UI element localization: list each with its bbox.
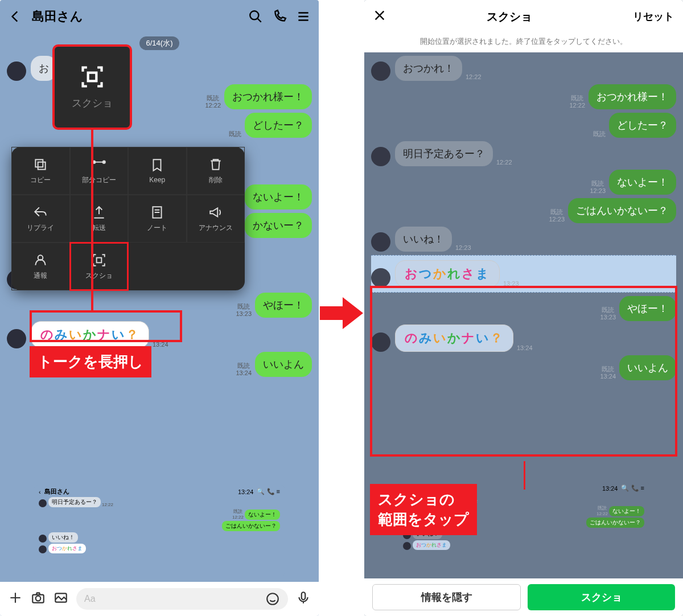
msg-bubble[interactable]: いいね！ <box>395 227 452 252</box>
ctx-screenshot[interactable]: スクショ <box>70 243 129 290</box>
msg-bubble[interactable]: おつかれ様ー！ <box>224 84 312 109</box>
msg-bubble[interactable]: どしたー？ <box>245 113 312 138</box>
msg-bubble[interactable]: おつかれ様ー！ <box>589 84 676 109</box>
plus-icon[interactable] <box>8 590 23 607</box>
scrshot-header: スクショ リセット <box>364 0 683 33</box>
msg-bubble[interactable]: いいよん <box>255 352 312 377</box>
instruction-text: 開始位置が選択されました。終了位置をタップしてください。 <box>364 33 683 52</box>
context-menu: コピー 部分コピー Keep 削除 リプライ 転送 ノート アナウンス 通報 ス… <box>11 147 245 290</box>
message-input[interactable]: Aa <box>76 588 288 610</box>
svg-rect-3 <box>38 162 46 169</box>
scrshot-title: スクショ <box>487 9 532 24</box>
annotation-line <box>524 461 525 490</box>
hide-info-button[interactable]: 情報を隠す <box>372 584 521 610</box>
right-phone: スクショ リセット 開始位置が選択されました。終了位置をタップしてください。 お… <box>364 0 683 616</box>
msg-bubble-deco[interactable]: のみいかナい？ <box>31 321 149 348</box>
msg-bubble[interactable]: どしたー？ <box>609 113 676 138</box>
back-icon[interactable] <box>8 9 23 24</box>
svg-point-0 <box>250 11 258 19</box>
ctx-keep[interactable]: Keep <box>128 147 187 195</box>
arrow-icon <box>320 296 363 330</box>
msg-bubble[interactable]: ないよー！ <box>245 184 312 210</box>
ctx-partial-copy[interactable]: 部分コピー <box>70 147 129 195</box>
ctx-announce[interactable]: アナウンス <box>187 195 245 243</box>
svg-point-5 <box>102 161 105 163</box>
chat-header: 島田さん <box>0 0 319 33</box>
gallery-icon[interactable] <box>54 590 68 607</box>
search-icon[interactable] <box>248 9 263 24</box>
ctx-report[interactable]: 通報 <box>11 243 70 290</box>
msg-bubble[interactable]: おつかれ！ <box>395 56 462 81</box>
ctx-forward[interactable]: 転送 <box>70 195 129 243</box>
left-phone: 島田さん 6/14(水) お 既読12:22おつかれ様ー！ 既読どしたー？ ない… <box>0 0 319 616</box>
camera-icon[interactable] <box>31 590 46 607</box>
msg-bubble[interactable]: 明日予定あるー？ <box>395 141 493 166</box>
svg-point-9 <box>36 596 41 601</box>
svg-rect-7 <box>96 257 101 262</box>
date-pill: 6/14(水) <box>139 36 180 50</box>
msg-bubble[interactable]: いいよん <box>619 355 676 380</box>
msg-bubble[interactable]: やほー！ <box>255 293 312 318</box>
ctx-delete[interactable]: 削除 <box>187 147 245 195</box>
msg-bubble-deco[interactable]: のみいかナい？ <box>395 325 513 352</box>
ctx-reply[interactable]: リプライ <box>11 195 70 243</box>
close-icon[interactable] <box>373 9 386 24</box>
screenshot-button[interactable]: スクショ <box>528 584 675 610</box>
svg-rect-1 <box>88 73 97 81</box>
menu-icon[interactable] <box>296 9 311 24</box>
contact-name: 島田さん <box>32 8 239 25</box>
callout-tap-range: スクショの 範囲をタップ <box>370 484 477 535</box>
ctx-copy[interactable]: コピー <box>11 147 70 195</box>
msg-bubble[interactable]: かないー？ <box>245 213 312 238</box>
scrshot-actions: 情報を隠す スクショ <box>364 578 683 616</box>
msg-bubble[interactable]: やほー！ <box>619 296 676 321</box>
mini-preview: ‹島田さん13:24🔍 📞 ≡ 明日予定あるー？12:22 既読12:22ないよ… <box>34 485 285 576</box>
mic-icon[interactable] <box>296 590 311 607</box>
svg-rect-12 <box>302 592 306 599</box>
svg-point-11 <box>267 593 278 605</box>
msg-bubble[interactable]: ごはんいかないー？ <box>568 198 676 223</box>
context-screenshot-big[interactable]: スクショ <box>52 44 132 130</box>
callout-longpress: トークを長押し <box>30 346 151 377</box>
ctx-note[interactable]: ノート <box>128 195 187 243</box>
svg-rect-2 <box>36 159 43 167</box>
annotation-line <box>91 130 93 312</box>
msg-bubble-deco[interactable]: おつかれさま <box>395 260 500 288</box>
call-icon[interactable] <box>272 9 287 24</box>
msg-bubble[interactable]: ないよー！ <box>609 170 676 195</box>
reset-button[interactable]: リセット <box>633 10 674 23</box>
input-bar: Aa <box>0 582 319 616</box>
